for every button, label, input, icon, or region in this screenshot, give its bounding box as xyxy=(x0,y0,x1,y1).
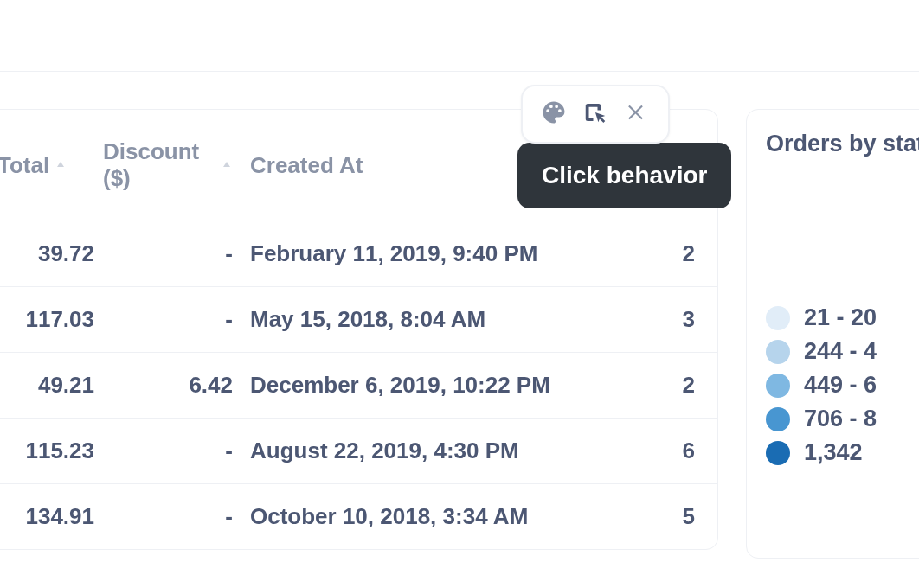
cell-created-at: February 11, 2019, 9:40 PM xyxy=(250,240,643,267)
card-action-toolbar xyxy=(521,85,670,144)
table-row[interactable]: 39.72 - February 11, 2019, 9:40 PM 2 xyxy=(0,220,717,286)
cell-qty: 3 xyxy=(643,306,695,333)
legend-swatch xyxy=(766,340,790,364)
cell-created-at: October 10, 2018, 3:34 AM xyxy=(250,503,643,530)
close-button[interactable] xyxy=(618,95,656,133)
legend: 21 - 20 244 - 4 449 - 6 706 - 8 1,342 xyxy=(766,304,919,466)
column-header-label: Created At xyxy=(250,152,363,179)
legend-swatch xyxy=(766,407,790,431)
cell-total: 39.72 xyxy=(0,240,103,267)
legend-item[interactable]: 244 - 4 xyxy=(766,338,919,365)
column-header-label: Discount ($) xyxy=(103,138,215,192)
legend-item[interactable]: 1,342 xyxy=(766,439,919,466)
table-row[interactable]: 49.21 6.42 December 6, 2019, 10:22 PM 2 xyxy=(0,352,717,418)
cell-total: 134.91 xyxy=(0,503,103,530)
table-row[interactable]: 115.23 - August 22, 2019, 4:30 PM 6 xyxy=(0,418,717,483)
cell-discount: - xyxy=(103,240,250,267)
cell-total: 49.21 xyxy=(0,372,103,399)
orders-by-state-panel: Orders by state 21 - 20 244 - 4 449 - 6 … xyxy=(746,109,919,559)
cell-total: 117.03 xyxy=(0,306,103,333)
divider xyxy=(0,71,919,72)
cell-qty: 5 xyxy=(643,503,695,530)
legend-item[interactable]: 706 - 8 xyxy=(766,406,919,432)
cell-discount: 6.42 xyxy=(103,372,250,399)
table-row[interactable]: 117.03 - May 15, 2018, 8:04 AM 3 xyxy=(0,286,717,352)
cell-discount: - xyxy=(103,306,250,333)
sort-icon xyxy=(55,159,67,171)
palette-icon xyxy=(541,99,567,129)
cell-qty: 2 xyxy=(643,240,695,267)
cell-total: 115.23 xyxy=(0,438,103,464)
legend-label: 706 - 8 xyxy=(804,406,877,432)
legend-swatch xyxy=(766,374,790,398)
close-icon xyxy=(626,101,648,127)
tooltip-text: Click behavior xyxy=(542,162,707,189)
legend-label: 449 - 6 xyxy=(804,372,877,399)
click-behavior-icon xyxy=(582,99,608,129)
legend-label: 21 - 20 xyxy=(804,304,877,331)
tooltip: Click behavior xyxy=(517,143,731,208)
cell-qty: 6 xyxy=(643,438,695,464)
palette-button[interactable] xyxy=(535,95,573,133)
click-behavior-button[interactable] xyxy=(576,95,614,133)
column-header-discount[interactable]: Discount ($) xyxy=(103,138,250,192)
cell-discount: - xyxy=(103,438,250,464)
legend-item[interactable]: 21 - 20 xyxy=(766,304,919,331)
cell-discount: - xyxy=(103,503,250,530)
column-header-label: Total xyxy=(0,152,49,179)
legend-swatch xyxy=(766,441,790,465)
cell-created-at: December 6, 2019, 10:22 PM xyxy=(250,372,643,399)
table-row[interactable]: 134.91 - October 10, 2018, 3:34 AM 5 xyxy=(0,483,717,549)
side-panel-title: Orders by state xyxy=(766,131,919,157)
legend-label: 244 - 4 xyxy=(804,338,877,365)
legend-item[interactable]: 449 - 6 xyxy=(766,372,919,399)
cell-created-at: May 15, 2018, 8:04 AM xyxy=(250,306,643,333)
legend-label: 1,342 xyxy=(804,439,863,466)
cell-created-at: August 22, 2019, 4:30 PM xyxy=(250,438,643,464)
column-header-total[interactable]: Total xyxy=(0,152,103,179)
cell-qty: 2 xyxy=(643,372,695,399)
sort-icon xyxy=(221,159,233,171)
legend-swatch xyxy=(766,306,790,330)
